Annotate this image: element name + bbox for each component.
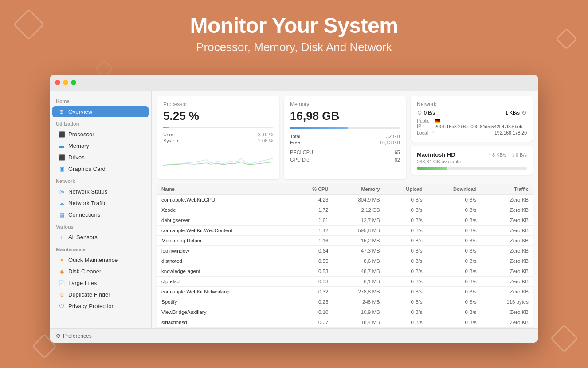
sidebar-item-duplicate-finder[interactable]: ⧉ Duplicate Finder	[52, 289, 149, 300]
cell-download: 0 B/s	[427, 256, 481, 266]
col-traffic: Traffic	[481, 184, 533, 195]
app-window: Home ⊞ Overview Utilization ⬛ Processor …	[50, 75, 538, 343]
cell-cpu: 0.55	[291, 256, 333, 266]
cell-memory: 10,9 MB	[333, 307, 384, 317]
process-table: Name % CPU Memory Upload Download Traffi…	[157, 184, 533, 328]
memory-total-row: Total 32 GB	[290, 134, 400, 139]
bottom-bar: ⚙ Preferences	[50, 328, 538, 343]
sidebar-item-disk-cleaner[interactable]: ◈ Disk Cleaner	[52, 266, 149, 277]
table-row[interactable]: debugserver 1.61 12,7 MB 0 B/s 0 B/s Zer…	[157, 215, 533, 226]
table-row[interactable]: Monitoring Helper 1.16 15,2 MB 0 B/s 0 B…	[157, 236, 533, 246]
processor-stats: User 3.19 % System 2.06 %	[163, 132, 273, 143]
table-row[interactable]: loginwindow 0.64 47,3 MB 0 B/s 0 B/s Zer…	[157, 246, 533, 256]
cell-upload: 0 B/s	[384, 277, 427, 287]
table-row[interactable]: com.apple.WebKit.WebContent 1.42 595,8 M…	[157, 226, 533, 236]
sidebar-item-all-sensors[interactable]: + All Sensors	[52, 232, 149, 243]
preferences-button[interactable]: ⚙ Preferences	[56, 333, 92, 339]
cell-upload: 0 B/s	[384, 195, 427, 205]
cell-download: 0 B/s	[427, 215, 481, 226]
memory-stats: Total 32 GB Free 16,13 GB	[290, 134, 400, 145]
cell-name: loginwindow	[157, 246, 291, 256]
cell-upload: 0 B/s	[384, 317, 427, 328]
duplicate-finder-icon: ⧉	[59, 292, 65, 298]
network-speed-row: ↻ 0 B/s 1 KB/s ↻	[417, 109, 527, 116]
cell-name: com.apple.WebKit.Networking	[157, 287, 291, 297]
disk-bar-bg	[417, 167, 527, 170]
privacy-icon: 🛡	[59, 303, 65, 309]
main-title: Monitor Your System	[0, 13, 588, 38]
table-row[interactable]: ViewBridgeAuxiliary 0.10 10,9 MB 0 B/s 0…	[157, 307, 533, 317]
table-row[interactable]: com.apple.WebKit.GPU 4.23 804,9 MB 0 B/s…	[157, 195, 533, 205]
disk-speeds: ↑ 8 KB/s ↓ 0 B/s	[488, 152, 527, 158]
sidebar-item-large-files[interactable]: 📄 Large Files	[52, 277, 149, 289]
processor-card: Processor 5.25 % User 3.19 % System 2.06…	[157, 96, 279, 179]
processor-system-row: System 2.06 %	[163, 138, 273, 143]
table-row[interactable]: siriactionsd 0.07 18,4 MB 0 B/s 0 B/s Ze…	[157, 317, 533, 328]
gpu-die-row: GPU Die 62	[290, 156, 400, 163]
table-row[interactable]: cfprefsd 0.33 6,1 MB 0 B/s 0 B/s Zero KB	[157, 277, 533, 287]
grid-icon: ⊞	[59, 109, 65, 115]
sidebar-item-overview[interactable]: ⊞ Overview	[52, 106, 149, 117]
cell-name: Xcode	[157, 205, 291, 215]
table-row[interactable]: com.apple.WebKit.Networking 0.32 278,8 M…	[157, 287, 533, 297]
sidebar: Home ⊞ Overview Utilization ⬛ Processor …	[50, 91, 152, 328]
cell-traffic: Zero KB	[481, 226, 533, 236]
cell-traffic: Zero KB	[481, 215, 533, 226]
cell-memory: 2,12 GB	[333, 205, 384, 215]
sidebar-item-quick-maintenance[interactable]: ✦ Quick Maintenance	[52, 254, 149, 265]
network-traffic-icon: ☁	[59, 200, 65, 206]
quick-maintenance-icon: ✦	[59, 257, 65, 263]
memory-free-row: Free 16,13 GB	[290, 140, 400, 145]
cell-name: distnoted	[157, 256, 291, 266]
cell-cpu: 1.72	[291, 205, 333, 215]
cell-cpu: 0.33	[291, 277, 333, 287]
sidebar-item-graphics-card[interactable]: ▣ Graphics Card	[52, 163, 149, 174]
disk-read-speed: ↓ 0 B/s	[512, 152, 527, 158]
disk-write-speed: ↑ 8 KB/s	[488, 152, 506, 158]
cell-name: Monitoring Helper	[157, 236, 291, 246]
sidebar-item-connections[interactable]: ▤ Connections	[52, 209, 149, 220]
sidebar-item-privacy-protection[interactable]: 🛡 Privacy Protection	[52, 301, 149, 312]
table-row[interactable]: Spotify 0.23 248 MB 0 B/s 0 B/s 116 byte…	[157, 297, 533, 307]
disk-card-header: Macintosh HD ↑ 8 KB/s ↓ 0 B/s	[417, 151, 527, 158]
table-row[interactable]: distnoted 0.55 8,6 MB 0 B/s 0 B/s Zero K…	[157, 256, 533, 266]
cell-cpu: 0.53	[291, 266, 333, 277]
cell-traffic: Zero KB	[481, 236, 533, 246]
cell-name: debugserver	[157, 215, 291, 226]
minimize-button[interactable]	[63, 80, 68, 85]
table-row[interactable]: Xcode 1.72 2,12 GB 0 B/s 0 B/s Zero KB	[157, 205, 533, 215]
maximize-button[interactable]	[71, 80, 76, 85]
sidebar-item-network-traffic[interactable]: ☁ Network Traffic	[52, 198, 149, 209]
peci-rows: PECI CPU 65 GPU Die 62	[290, 149, 400, 163]
cell-name: siriactionsd	[157, 317, 291, 328]
sidebar-item-memory[interactable]: ▬ Memory	[52, 140, 149, 151]
memory-card-title: Memory	[290, 101, 400, 107]
sidebar-item-network-status[interactable]: ◎ Network Status	[52, 186, 149, 197]
cell-cpu: 1.16	[291, 236, 333, 246]
process-table-card: Name % CPU Memory Upload Download Traffi…	[157, 184, 533, 328]
utilization-section-label: Utilization	[50, 118, 151, 128]
table-row[interactable]: knowledge-agent 0.53 48,7 MB 0 B/s 0 B/s…	[157, 266, 533, 277]
close-button[interactable]	[55, 80, 60, 85]
sidebar-item-processor[interactable]: ⬛ Processor	[52, 129, 149, 140]
memory-bar-fill	[290, 127, 348, 129]
cell-name: cfprefsd	[157, 277, 291, 287]
cell-upload: 0 B/s	[384, 226, 427, 236]
table-header-row: Name % CPU Memory Upload Download Traffi…	[157, 184, 533, 195]
cell-download: 0 B/s	[427, 226, 481, 236]
memory-bar-bg	[290, 127, 400, 129]
disk-available: 263,34 GB available	[417, 159, 527, 164]
graphics-icon: ▣	[59, 166, 65, 172]
col-download: Download	[427, 184, 481, 195]
sidebar-item-drives[interactable]: ⬛ Drives	[52, 152, 149, 163]
disk-card: Macintosh HD ↑ 8 KB/s ↓ 0 B/s 263,34 GB …	[411, 146, 533, 175]
cell-upload: 0 B/s	[384, 236, 427, 246]
cell-traffic: Zero KB	[481, 205, 533, 215]
window-body: Home ⊞ Overview Utilization ⬛ Processor …	[50, 91, 538, 328]
cell-cpu: 0.23	[291, 297, 333, 307]
processor-progress-fill	[163, 127, 169, 128]
cell-cpu: 0.07	[291, 317, 333, 328]
page-header: Monitor Your System Processor, Memory, D…	[0, 0, 588, 63]
home-section-label: Home	[50, 95, 151, 106]
various-section-label: Various	[50, 221, 151, 231]
